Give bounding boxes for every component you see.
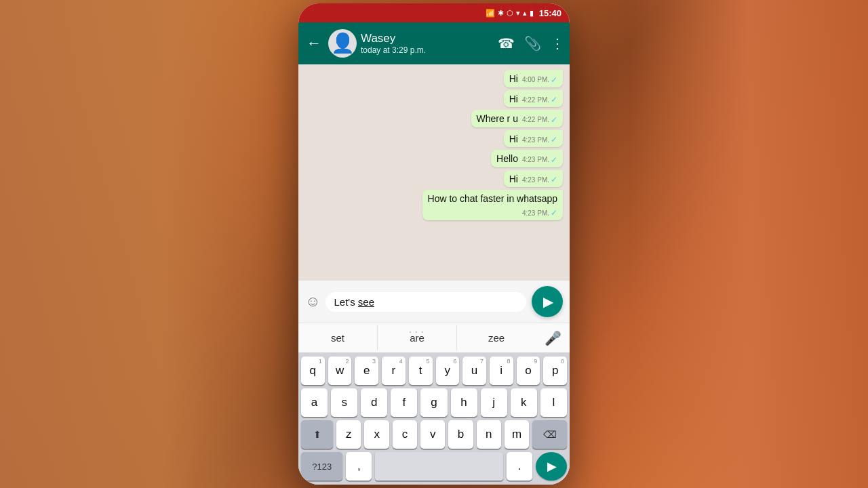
message-meta-0: 4:00 PM. ✓ <box>522 75 557 85</box>
key-z[interactable]: z <box>336 420 361 449</box>
bg-left-hand <box>0 0 326 488</box>
status-time: 15:40 <box>539 8 561 18</box>
keyboard: 1q 2w 3e 4r 5t 6y 7u 8i 9o 0p a s d f g … <box>298 352 570 485</box>
key-x[interactable]: x <box>364 420 389 449</box>
key-v[interactable]: v <box>420 420 445 449</box>
message-row-1: Hi 4:22 PM. ✓ <box>305 90 563 108</box>
message-bubble-1: Hi 4:22 PM. ✓ <box>504 90 563 108</box>
key-space[interactable] <box>375 452 503 481</box>
emoji-button[interactable]: ☺ <box>305 293 320 310</box>
key-p[interactable]: 0p <box>543 357 567 385</box>
key-u[interactable]: 7u <box>462 357 486 385</box>
message-text-5: Hi <box>509 174 518 184</box>
keyboard-row-1: 1q 2w 3e 4r 5t 6y 7u 8i 9o 0p <box>301 357 567 385</box>
message-input-display[interactable]: Let's see <box>326 292 526 312</box>
message-text-6: How to chat faster in whatsapp <box>428 193 557 204</box>
message-bubble-5: Hi 4:23 PM. ✓ <box>504 170 563 188</box>
call-icon[interactable]: ☎ <box>498 35 515 52</box>
suggestions-bar: set • • • are zee 🎤 <box>298 323 570 352</box>
message-bubble-6: How to chat faster in whatsapp 4:23 PM. … <box>422 190 563 220</box>
key-b[interactable]: b <box>448 420 473 449</box>
suggestion-set-label: set <box>331 332 344 344</box>
contact-name: Wasey <box>361 32 494 45</box>
key-comma[interactable]: , <box>346 452 372 481</box>
message-row-4: Hello 4:23 PM. ✓ <box>305 150 563 167</box>
signal-icon: 📶 <box>486 9 495 18</box>
key-y[interactable]: 6y <box>436 357 460 385</box>
message-text-4: Hello <box>496 153 518 164</box>
message-meta-3: 4:23 PM. ✓ <box>522 135 557 144</box>
wifi-icon: ▾ <box>516 9 520 18</box>
check-2: ✓ <box>551 115 557 125</box>
suggestion-are[interactable]: • • • are <box>378 325 457 350</box>
key-s[interactable]: s <box>331 388 357 417</box>
message-bubble-4: Hello 4:23 PM. ✓ <box>491 150 563 167</box>
message-row-5: Hi 4:23 PM. ✓ <box>305 170 563 188</box>
suggestion-set[interactable]: set <box>298 325 378 350</box>
check-3: ✓ <box>551 135 557 144</box>
send-bottom-icon: ▶ <box>547 459 557 474</box>
message-text-1: Hi <box>509 94 518 104</box>
key-m[interactable]: m <box>505 420 529 449</box>
key-h[interactable]: h <box>451 388 477 417</box>
bluetooth-icon: ✱ <box>498 9 504 18</box>
key-o[interactable]: 9o <box>517 357 540 385</box>
key-symbols[interactable]: ?123 <box>301 452 342 481</box>
check-6: ✓ <box>551 208 557 218</box>
key-r[interactable]: 4r <box>382 357 406 385</box>
phone: 📶 ✱ ⬡ ▾ ▴ ▮ 15:40 ← 👤 Wasey today at 3:2… <box>298 3 570 485</box>
input-area: ☺ Let's see ▶ <box>298 280 570 323</box>
key-t[interactable]: 5t <box>409 357 433 385</box>
mic-icon: 🎤 <box>545 330 561 346</box>
suggestion-dots: • • • <box>410 329 425 335</box>
key-l[interactable]: l <box>540 388 567 417</box>
key-q[interactable]: 1q <box>301 357 325 385</box>
message-text-3: Hi <box>509 134 518 144</box>
message-row-2: Where r u 4:22 PM. ✓ <box>305 110 563 127</box>
back-button[interactable]: ← <box>304 32 324 55</box>
key-d[interactable]: d <box>361 388 387 417</box>
key-c[interactable]: c <box>393 420 417 449</box>
send-bottom-button[interactable]: ▶ <box>536 452 567 481</box>
send-button[interactable]: ▶ <box>532 286 563 317</box>
send-icon: ▶ <box>543 293 553 310</box>
key-n[interactable]: n <box>477 420 501 449</box>
message-bubble-0: Hi 4:00 PM. ✓ <box>504 70 563 87</box>
key-shift[interactable]: ⬆ <box>301 420 333 449</box>
message-row-3: Hi 4:23 PM. ✓ <box>305 130 563 148</box>
suggestion-zee[interactable]: zee <box>457 325 536 350</box>
message-meta-5: 4:23 PM. ✓ <box>522 175 557 184</box>
message-meta-1: 4:22 PM. ✓ <box>522 95 557 104</box>
chat-header: ← 👤 Wasey today at 3:29 p.m. ☎ 📎 ⋮ <box>298 22 570 64</box>
phone-wrapper: 📶 ✱ ⬡ ▾ ▴ ▮ 15:40 ← 👤 Wasey today at 3:2… <box>298 3 570 485</box>
key-k[interactable]: k <box>511 388 537 417</box>
message-text-0: Hi <box>509 73 518 84</box>
status-icons: 📶 ✱ ⬡ ▾ ▴ ▮ <box>486 9 534 18</box>
keyboard-bottom-row: ?123 , . ▶ <box>301 452 567 481</box>
key-e[interactable]: 3e <box>355 357 378 385</box>
battery-icon: ▮ <box>530 9 534 18</box>
key-w[interactable]: 2w <box>328 357 352 385</box>
attach-icon[interactable]: 📎 <box>524 35 541 52</box>
suggestion-zee-label: zee <box>488 332 505 344</box>
mic-button[interactable]: 🎤 <box>536 330 570 346</box>
key-period[interactable]: . <box>507 452 532 481</box>
keyboard-row-3: ⬆ z x c v b n m ⌫ <box>301 420 567 449</box>
menu-icon[interactable]: ⋮ <box>551 35 564 52</box>
check-5: ✓ <box>551 175 557 184</box>
key-i[interactable]: 8i <box>490 357 513 385</box>
key-f[interactable]: f <box>391 388 417 417</box>
message-meta-6: 4:23 PM. ✓ <box>522 208 557 218</box>
message-text-2: Where r u <box>477 113 518 124</box>
contact-info: Wasey today at 3:29 p.m. <box>361 32 494 55</box>
key-g[interactable]: g <box>420 388 447 417</box>
message-meta-2: 4:22 PM. ✓ <box>522 115 557 125</box>
avatar-icon: 👤 <box>331 34 355 53</box>
key-delete[interactable]: ⌫ <box>532 420 567 449</box>
check-1: ✓ <box>551 95 557 104</box>
check-0: ✓ <box>551 75 557 85</box>
underlined-word: see <box>358 296 374 308</box>
key-a[interactable]: a <box>301 388 328 417</box>
network-icon: ▴ <box>523 9 527 18</box>
key-j[interactable]: j <box>481 388 507 417</box>
